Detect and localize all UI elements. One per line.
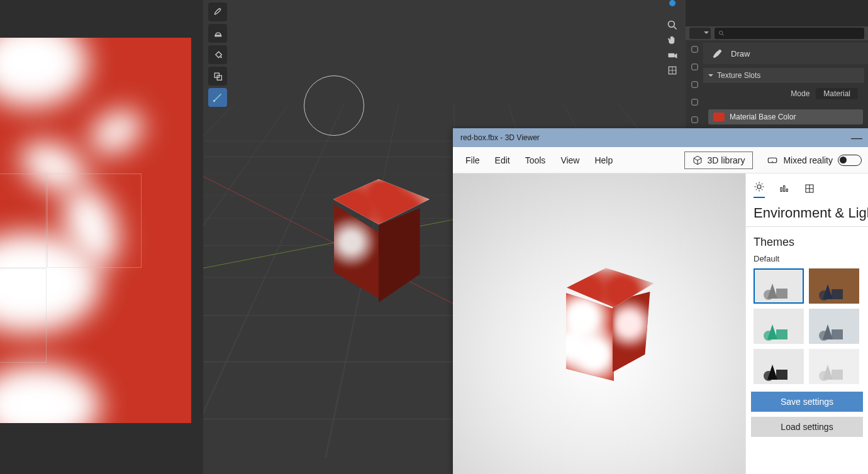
svg-point-27 xyxy=(819,290,829,300)
side-tabs xyxy=(746,180,868,199)
properties-tab-tool[interactable] xyxy=(686,40,703,58)
tab-stats[interactable] xyxy=(779,183,790,196)
svg-rect-12 xyxy=(691,63,697,69)
svg-rect-23 xyxy=(776,289,787,299)
svg-point-30 xyxy=(764,331,774,341)
search-icon xyxy=(718,30,725,37)
menu-help[interactable]: Help xyxy=(588,152,619,169)
viewport-nav-gizmo xyxy=(663,0,682,78)
theme-thumb-icon xyxy=(760,318,798,343)
properties-header xyxy=(686,26,868,40)
themes-heading: Themes xyxy=(746,231,868,251)
svg-rect-11 xyxy=(691,46,697,52)
svg-rect-26 xyxy=(832,289,843,299)
svg-point-5 xyxy=(668,21,674,27)
window-titlebar[interactable]: red-box.fbx - 3D Viewer ― xyxy=(453,128,868,147)
properties-tab-world[interactable] xyxy=(686,111,703,128)
theme-thumb-icon xyxy=(815,278,853,303)
texture-canvas[interactable] xyxy=(0,38,191,423)
line-stroke-icon xyxy=(213,92,223,102)
menu-view[interactable]: View xyxy=(554,152,586,169)
theme-slate-theme[interactable] xyxy=(809,309,859,344)
mode-label: Mode xyxy=(791,89,810,98)
menu-tools[interactable]: Tools xyxy=(519,152,552,169)
theme-lightgrey-theme[interactable] xyxy=(809,349,859,384)
mode-dropdown[interactable]: Material xyxy=(816,88,858,99)
clone-brush-tool[interactable] xyxy=(208,67,227,85)
3d-viewer-window: red-box.fbx - 3D Viewer ― File Edit Tool… xyxy=(453,128,868,474)
load-settings-button[interactable]: Load settings xyxy=(751,417,863,437)
theme-thumb-icon xyxy=(760,277,798,302)
side-panel: Environment & Lighting Themes Default Sa… xyxy=(745,174,868,474)
panel-title: Texture Slots xyxy=(717,71,760,80)
clone-brush-icon xyxy=(213,71,223,81)
draw-brush-tool[interactable] xyxy=(208,3,227,21)
properties-tab-layers[interactable] xyxy=(686,93,703,111)
mixed-reality-toggle[interactable]: Mixed reality xyxy=(767,155,862,166)
tab-lighting[interactable] xyxy=(754,181,765,198)
svg-rect-7 xyxy=(668,53,674,58)
menubar: File Edit Tools View Help 3D library Mix… xyxy=(453,147,868,174)
svg-rect-32 xyxy=(832,329,843,339)
uv-island xyxy=(0,268,47,363)
texture-slots-header[interactable]: Texture Slots xyxy=(703,68,864,83)
headset-icon xyxy=(767,155,778,166)
properties-search[interactable] xyxy=(715,28,864,39)
cube-icon xyxy=(693,155,703,165)
properties-tab-object[interactable] xyxy=(686,58,703,75)
svg-rect-20 xyxy=(786,189,787,191)
theme-thumb-icon xyxy=(815,318,853,343)
zoom-button[interactable] xyxy=(665,18,680,33)
theme-black-theme[interactable] xyxy=(754,349,804,384)
save-settings-button[interactable]: Save settings xyxy=(751,392,863,412)
line-stroke-tool[interactable] xyxy=(208,88,227,107)
svg-point-36 xyxy=(764,371,774,381)
fill-bucket-tool[interactable] xyxy=(208,45,227,64)
cube-model[interactable] xyxy=(547,268,654,387)
pan-hand-button[interactable] xyxy=(665,33,680,48)
brush-header: Draw xyxy=(703,43,868,64)
fill-bucket-icon xyxy=(213,50,223,60)
theme-thumb-icon xyxy=(760,358,798,383)
svg-rect-29 xyxy=(776,329,787,339)
3d-library-button[interactable]: 3D library xyxy=(684,152,754,169)
toggle-switch[interactable] xyxy=(838,155,862,166)
orthographic-button[interactable] xyxy=(665,63,680,78)
minimize-button[interactable]: ― xyxy=(845,128,868,147)
svg-rect-13 xyxy=(691,81,697,87)
svg-rect-18 xyxy=(781,187,782,191)
theme-teal-theme[interactable] xyxy=(754,309,804,344)
cube-object[interactable] xyxy=(316,179,430,305)
soften-brush-tool[interactable] xyxy=(208,24,227,43)
theme-default-theme[interactable] xyxy=(754,268,804,304)
orbit-gizmo[interactable] xyxy=(669,0,676,6)
chevron-down-icon xyxy=(708,74,713,79)
object-icon xyxy=(690,62,699,72)
svg-point-39 xyxy=(819,371,829,381)
menu-file[interactable]: File xyxy=(459,152,486,169)
svg-point-4 xyxy=(213,100,215,102)
theme-wood-theme[interactable] xyxy=(809,268,859,304)
svg-point-1 xyxy=(220,57,221,58)
svg-rect-38 xyxy=(832,370,843,380)
menu-edit[interactable]: Edit xyxy=(489,152,516,169)
svg-point-33 xyxy=(819,331,829,341)
layers-icon xyxy=(690,97,699,107)
tab-grid[interactable] xyxy=(804,183,815,196)
properties-vertical-tabs xyxy=(686,40,703,128)
svg-line-10 xyxy=(722,34,724,36)
texture-slot-mode-row: Mode Material xyxy=(703,85,864,102)
editor-type-dropdown[interactable] xyxy=(689,28,711,39)
texture-slot-row[interactable]: Material Base Color xyxy=(708,109,863,124)
mixed-reality-label: Mixed reality xyxy=(783,155,833,165)
svg-rect-19 xyxy=(784,185,785,191)
3d-library-label: 3D library xyxy=(708,155,745,165)
camera-icon xyxy=(667,50,678,61)
camera-button[interactable] xyxy=(665,48,680,63)
uv-island xyxy=(47,174,142,268)
default-label: Default xyxy=(746,251,868,268)
world-icon xyxy=(690,115,699,124)
panel-heading: Environment & Lighting xyxy=(746,199,868,226)
3d-scene[interactable] xyxy=(453,174,745,474)
properties-tab-output[interactable] xyxy=(686,75,703,93)
